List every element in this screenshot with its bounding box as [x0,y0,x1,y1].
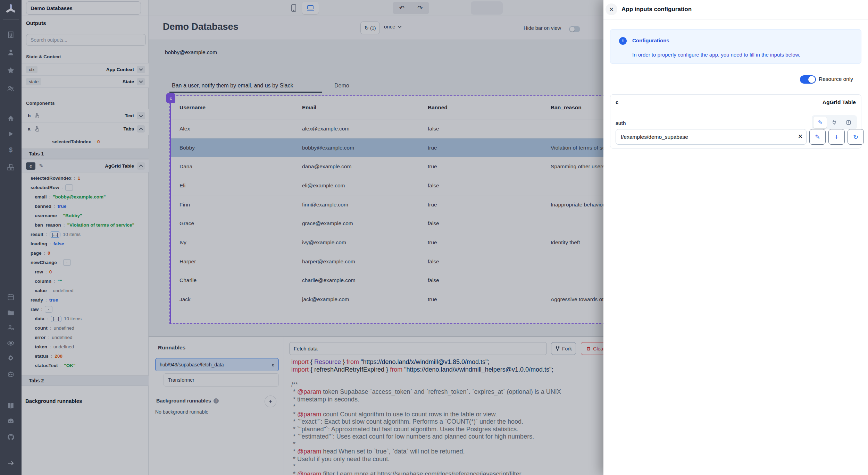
component-input-card: c AgGrid Table auth ✎ ✕ ✎ + ↻ [610,94,861,149]
input-mode-segmented-control: ✎ [812,115,857,129]
info-title: Configurations [632,37,669,43]
plug-icon [832,120,837,125]
resource-only-label: Resource only [819,76,853,82]
clear-input-icon[interactable]: ✕ [798,133,803,140]
info-icon: i [619,37,627,45]
drawer-backdrop[interactable] [0,0,603,475]
refresh-icon: ↻ [853,133,858,141]
edit-resource-button[interactable]: ✎ [809,129,826,145]
connect-mode-button[interactable] [828,117,841,128]
refresh-resource-button[interactable]: ↻ [848,129,864,145]
function-icon [846,120,851,125]
drawer-title: App inputs configuration [621,6,692,13]
eval-mode-button[interactable] [842,117,855,128]
plus-icon: + [834,133,838,141]
pencil-icon: ✎ [815,133,820,141]
app-inputs-drawer: ✕ App inputs configuration i Configurati… [603,0,868,475]
app-editor-window: $ Outputs State & Context ctx App Contex… [0,0,868,475]
auth-field-label: auth [616,120,626,126]
close-drawer-button[interactable]: ✕ [606,3,617,15]
toggle-knob [808,76,815,83]
divider [603,19,868,19]
resource-only-toggle[interactable] [800,75,816,84]
component-id: c [616,99,618,105]
info-text: In order to properly configure the app, … [632,52,800,58]
add-resource-button[interactable]: + [828,129,845,145]
close-icon: ✕ [609,6,614,13]
static-mode-button[interactable]: ✎ [813,117,827,128]
resource-only-row: Resource only [603,75,868,84]
resource-path-input[interactable] [616,129,807,145]
configurations-info-box: i Configurations In order to properly co… [610,29,861,64]
pencil-icon: ✎ [818,119,823,126]
component-type: AgGrid Table [823,99,856,105]
